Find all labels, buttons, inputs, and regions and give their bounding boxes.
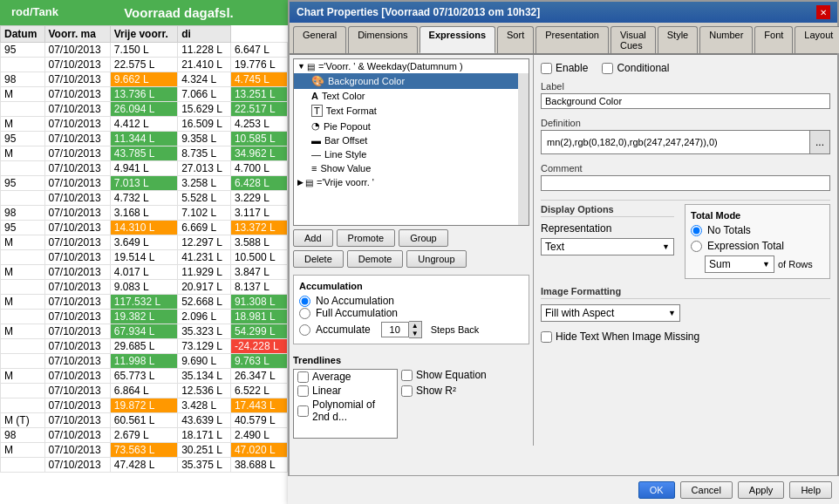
dialog-close-button[interactable]: ✕	[816, 5, 830, 19]
sum-dropdown-arrow[interactable]: ▼	[762, 260, 770, 269]
table-row: M07/10/20133.649 L12.297 L3.588 L	[1, 235, 288, 250]
tree-item-line-style[interactable]: — Line Style	[294, 147, 518, 161]
table-row: 07/10/201326.094 L15.629 L22.517 L	[1, 102, 288, 117]
conditional-option[interactable]: Conditional	[602, 62, 669, 74]
enable-label: Enable	[556, 62, 588, 74]
sum-select[interactable]: Sum ▼	[705, 255, 774, 273]
tab-general[interactable]: General	[293, 26, 346, 53]
help-button[interactable]: Help	[789, 481, 832, 499]
ungroup-button[interactable]: Ungroup	[406, 250, 466, 268]
image-formatting-section: Image Formatting Fill with Aspect ▼	[541, 286, 830, 322]
image-format-select[interactable]: Fill with Aspect ▼	[541, 304, 680, 322]
tab-presentation[interactable]: Presentation	[535, 26, 609, 53]
definition-display: mn(2),rgb(0,182,0),rgb(247,247,247)),0)	[541, 130, 810, 154]
table-row: 07/10/20136.864 L12.536 L6.522 L	[1, 384, 288, 398]
spin-down-button[interactable]: ▼	[409, 330, 421, 337]
tree-formula-icon: ▤	[307, 62, 315, 72]
tab-style[interactable]: Style	[658, 26, 698, 53]
expression-total-label: Expression Total	[707, 240, 784, 252]
dialog-titlebar: Chart Properties [Voorraad 07/10/2013 om…	[290, 2, 837, 23]
representation-dropdown-arrow[interactable]: ▼	[662, 242, 670, 251]
tree-item-bg-color[interactable]: 🎨 Background Color	[294, 73, 518, 89]
table-row: M07/10/201313.736 L7.066 L13.251 L	[1, 87, 288, 102]
linear-checkbox[interactable]	[297, 385, 309, 397]
tab-layout[interactable]: Layout	[795, 26, 839, 53]
no-totals-option[interactable]: No Totals	[691, 224, 824, 236]
representation-row: Representation	[541, 222, 674, 235]
spin-up-button[interactable]: ▲	[409, 322, 421, 330]
table-row: M07/10/2013117.532 L52.668 L91.308 L	[1, 295, 288, 310]
polynomial-checkbox[interactable]	[297, 405, 309, 417]
add-button[interactable]: Add	[293, 229, 333, 247]
total-mode-section: Total Mode No Totals Expression Total Su…	[685, 204, 830, 279]
hide-text-checkbox[interactable]	[541, 331, 552, 343]
definition-field-title: Definition	[541, 118, 830, 128]
enable-checkbox[interactable]	[541, 63, 552, 74]
tab-sort[interactable]: Sort	[497, 26, 534, 53]
show-r2-label: Show R²	[416, 385, 456, 397]
tree-pie-popout-label: Pie Popout	[324, 121, 371, 132]
tree-item-vrije[interactable]: ▶ ▤ ='Vrije voorr. '	[294, 175, 518, 189]
definition-edit-button[interactable]: ...	[810, 130, 830, 154]
palette-icon: 🎨	[311, 75, 324, 87]
trendlines-average[interactable]: Average	[294, 370, 397, 384]
tab-font[interactable]: Font	[754, 26, 793, 53]
accumulation-section: Accumulation No Accumulation Full Accumu…	[293, 275, 529, 344]
show-r2-checkbox[interactable]	[401, 385, 413, 397]
tree-item-text-format[interactable]: T Text Format	[294, 103, 518, 119]
table-row: 07/10/201319.382 L2.096 L18.981 L	[1, 310, 288, 324]
hide-text-option[interactable]: Hide Text When Image Missing	[541, 330, 830, 343]
show-r2-option[interactable]: Show R²	[401, 385, 487, 397]
tree-item-show-value[interactable]: ≡ Show Value	[294, 161, 518, 175]
tab-visual-cues[interactable]: Visual Cues	[610, 26, 656, 53]
total-mode-title: Total Mode	[691, 210, 824, 221]
table-row: 07/10/201319.514 L41.231 L10.500 L	[1, 250, 288, 265]
table-row: 07/10/201319.872 L3.428 L17.443 L	[1, 398, 288, 413]
average-checkbox[interactable]	[297, 371, 309, 383]
table-row: 9807/10/20133.168 L7.102 L3.117 L	[1, 206, 288, 221]
image-format-dropdown-arrow[interactable]: ▼	[668, 309, 676, 317]
tree-item-root[interactable]: ▼ ▤ ='Voorr. ' & Weekday(Datumnum )	[294, 59, 529, 73]
conditional-checkbox[interactable]	[602, 63, 613, 74]
enable-option[interactable]: Enable	[541, 62, 588, 74]
demote-button[interactable]: Demote	[347, 250, 404, 268]
expression-tree: ▼ ▤ ='Voorr. ' & Weekday(Datumnum ) 🎨 Ba…	[293, 58, 529, 226]
show-equation-option[interactable]: Show Equation	[401, 369, 487, 381]
tree-text-color-label: Text Color	[322, 91, 365, 101]
definition-value: mn(2),rgb(0,182,0),rgb(247,247,247)),0)	[547, 137, 718, 147]
promote-button[interactable]: Promote	[337, 229, 396, 247]
delete-button[interactable]: Delete	[293, 250, 344, 268]
tree-expand-icon: ▼	[297, 62, 305, 71]
no-accumulation-option[interactable]: No Accumulation	[299, 295, 523, 307]
apply-button[interactable]: Apply	[738, 481, 785, 499]
ok-button[interactable]: OK	[638, 481, 675, 499]
representation-label: Representation	[541, 222, 611, 235]
group-button[interactable]: Group	[399, 229, 448, 247]
trendlines-polynomial[interactable]: Polynomial of 2nd d...	[294, 398, 397, 424]
left-panel: ▼ ▤ ='Voorr. ' & Weekday(Datumnum ) 🎨 Ba…	[290, 55, 534, 446]
tab-expressions[interactable]: Expressions	[420, 26, 495, 53]
tree-expand-icon2: ▶	[297, 178, 304, 187]
table-row: 9507/10/201311.344 L9.358 L10.585 L	[1, 132, 288, 146]
comment-input[interactable]	[541, 175, 830, 191]
representation-select[interactable]: Text ▼	[541, 238, 674, 255]
label-input[interactable]	[541, 93, 830, 109]
tree-root-label: ='Voorr. ' & Weekday(Datumnum )	[318, 61, 463, 72]
full-accumulation-option[interactable]: Full Accumulation	[299, 307, 523, 319]
cancel-button[interactable]: Cancel	[680, 481, 733, 499]
steps-back-input[interactable]	[381, 322, 409, 337]
sum-value: Sum	[709, 258, 762, 270]
expression-total-option[interactable]: Expression Total	[691, 240, 824, 252]
tree-item-bar-offset[interactable]: ▬ Bar Offset	[294, 133, 518, 147]
show-equation-checkbox[interactable]	[401, 370, 413, 381]
show-value-icon: ≡	[311, 163, 317, 174]
image-formatting-title: Image Formatting	[541, 286, 830, 299]
tab-number[interactable]: Number	[699, 26, 753, 53]
tree-item-text-color[interactable]: A Text Color	[294, 89, 518, 103]
trendlines-title: Trendlines	[293, 355, 529, 365]
accumulate-option[interactable]: Accumulate ▲ ▼ Steps Back	[299, 321, 523, 338]
trendlines-linear[interactable]: Linear	[294, 384, 397, 398]
comment-section: Comment	[541, 163, 830, 191]
tree-item-pie-popout[interactable]: ◔ Pie Popout	[294, 119, 518, 133]
tab-dimensions[interactable]: Dimensions	[348, 26, 417, 53]
